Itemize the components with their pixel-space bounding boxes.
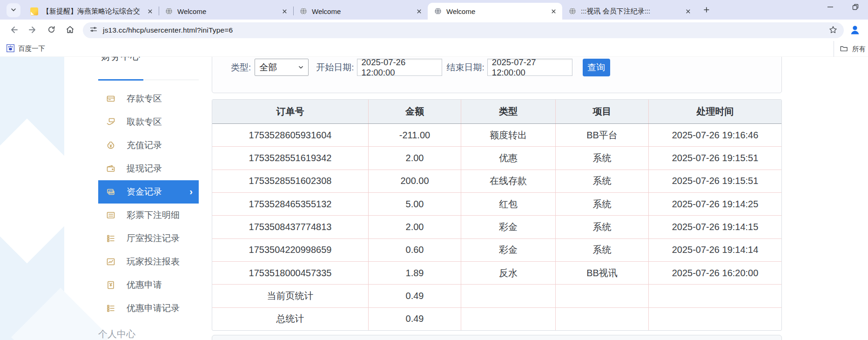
sidebar-item-label: 厅室投注记录 bbox=[127, 232, 180, 245]
page-content: 财务中心 存款专区取款专区充值记录提现记录资金记录›彩票下注明细厅室投注记录玩家… bbox=[0, 57, 868, 340]
tab-search-button[interactable] bbox=[7, 3, 20, 17]
globe-favicon-icon bbox=[299, 7, 308, 15]
table-row: 17535084377748132.00彩金系统2025-07-26 19:14… bbox=[212, 215, 781, 238]
browser-toolbar: js13.cc/hhcp/usercenter.html?iniType=6 bbox=[0, 20, 868, 41]
table-body: 1753528605931604-211.00额度转出BB平台2025-07-2… bbox=[212, 124, 781, 330]
sidebar-item-8[interactable]: 优惠申请 bbox=[98, 273, 199, 297]
tab-title: 【新提醒】海燕策略论坛综合交 bbox=[42, 7, 141, 16]
tab-title: Welcome bbox=[312, 7, 410, 15]
forward-button[interactable] bbox=[23, 22, 42, 39]
table-cell bbox=[649, 308, 781, 330]
tab-strip: 【新提醒】海燕策略论坛综合交WelcomeWelcomeWelcome:::视讯… bbox=[0, 0, 868, 20]
column-header: 处理时间 bbox=[649, 100, 781, 123]
table-cell: BB平台 bbox=[556, 124, 649, 146]
tab-close-icon[interactable] bbox=[145, 6, 155, 16]
home-button[interactable] bbox=[61, 22, 79, 39]
globe-favicon-icon bbox=[568, 7, 577, 15]
left-decoration-band bbox=[0, 57, 64, 340]
table-cell: 1.89 bbox=[369, 262, 461, 284]
table-cell: 1753528551602308 bbox=[212, 170, 369, 192]
table-cell: 系统 bbox=[556, 147, 649, 169]
bookmark-item-baidu[interactable]: 百度一下 bbox=[7, 44, 45, 54]
url-text: js13.cc/hhcp/usercenter.html?iniType=6 bbox=[103, 26, 821, 34]
bookmark-label: 百度一下 bbox=[18, 44, 45, 53]
table-cell: 2.00 bbox=[369, 147, 461, 169]
sidebar-item-label: 取款专区 bbox=[127, 116, 162, 128]
browser-tab-5[interactable]: :::视讯 会员下注纪录::: bbox=[562, 3, 697, 20]
chevron-right-icon: › bbox=[189, 186, 193, 197]
end-date-label: 结束日期: bbox=[447, 59, 484, 76]
type-select[interactable]: 全部 bbox=[255, 59, 309, 76]
sidebar-item-label: 资金记录 bbox=[127, 186, 162, 198]
select-chevron-icon bbox=[298, 62, 304, 73]
back-icon bbox=[9, 25, 19, 36]
tab-close-icon[interactable] bbox=[414, 6, 424, 16]
column-header: 订单号 bbox=[212, 100, 369, 123]
minimize-button[interactable] bbox=[818, 0, 843, 16]
new-tab-button[interactable] bbox=[700, 3, 713, 17]
globe-favicon-icon bbox=[434, 7, 442, 15]
folder-icon bbox=[840, 44, 848, 54]
table-cell: BB视讯 bbox=[556, 262, 649, 284]
table-cell: 系统 bbox=[556, 216, 649, 238]
table-header-row: 订单号金额类型项目处理时间 bbox=[212, 100, 781, 124]
restore-button[interactable] bbox=[843, 0, 868, 16]
recharge-bag-icon bbox=[106, 141, 115, 150]
plus-icon bbox=[703, 6, 710, 15]
table-cell: 200.00 bbox=[369, 170, 461, 192]
filter-bar: 类型: 全部 开始日期: 2025-07-26 12:00:00 结束日期: 2… bbox=[212, 57, 782, 93]
table-cell: 系统 bbox=[556, 170, 649, 192]
table-cell: 彩金 bbox=[461, 239, 556, 261]
browser-tab-3[interactable]: Welcome bbox=[293, 3, 428, 20]
sidebar-item-9[interactable]: 优惠申请记录 bbox=[98, 297, 199, 320]
table-row: 1753528605931604-211.00额度转出BB平台2025-07-2… bbox=[212, 124, 781, 146]
browser-tab-4[interactable]: Welcome bbox=[428, 3, 562, 20]
tab-close-icon[interactable] bbox=[548, 6, 558, 16]
sidebar-item-label: 存款专区 bbox=[127, 93, 162, 105]
restore-icon bbox=[852, 4, 859, 12]
site-info-icon[interactable] bbox=[89, 25, 98, 35]
sidebar-item-label: 彩票下注明细 bbox=[127, 209, 180, 221]
tabs: 【新提醒】海燕策略论坛综合交WelcomeWelcomeWelcome:::视讯… bbox=[24, 0, 697, 20]
sidebar-item-1[interactable]: 取款专区 bbox=[98, 110, 199, 134]
withdraw-hand-icon bbox=[106, 117, 115, 127]
address-bar[interactable]: js13.cc/hhcp/usercenter.html?iniType=6 bbox=[83, 22, 844, 38]
promo-record-list-icon bbox=[106, 304, 115, 313]
all-bookmarks-button[interactable]: 所有 bbox=[834, 41, 868, 57]
sidebar-item-6[interactable]: 厅室投注记录 bbox=[98, 227, 199, 250]
sidebar-item-5[interactable]: 彩票下注明细 bbox=[98, 204, 199, 227]
forward-icon bbox=[27, 25, 38, 36]
start-date-input[interactable]: 2025-07-26 12:00:00 bbox=[357, 59, 442, 76]
baidu-paw-icon bbox=[7, 44, 14, 54]
profile-button[interactable] bbox=[848, 23, 862, 38]
browser-tab-2[interactable]: Welcome bbox=[159, 3, 293, 20]
table-cell: 优惠 bbox=[461, 147, 556, 169]
funds-record-table: 订单号金额类型项目处理时间 1753528605931604-211.00额度转… bbox=[212, 99, 782, 331]
table-cell: 系统 bbox=[556, 239, 649, 261]
sidebar-item-0[interactable]: 存款专区 bbox=[98, 87, 199, 110]
globe-favicon-icon bbox=[165, 7, 173, 15]
table-stats-row: 总统计0.49 bbox=[212, 307, 781, 330]
sidebar-item-3[interactable]: 提现记录 bbox=[98, 157, 199, 180]
browser-tab-1[interactable]: 【新提醒】海燕策略论坛综合交 bbox=[24, 3, 159, 20]
chevron-down-icon bbox=[10, 7, 17, 14]
tab-close-icon[interactable] bbox=[279, 6, 289, 16]
profile-avatar-icon bbox=[848, 23, 861, 38]
reload-button[interactable] bbox=[42, 22, 61, 39]
hall-bet-list-icon bbox=[106, 234, 115, 243]
search-button[interactable]: 查询 bbox=[583, 59, 610, 76]
end-date-input[interactable]: 2025-07-27 12:00:00 bbox=[487, 59, 572, 76]
window-controls bbox=[818, 0, 868, 16]
sidebar-title-underline bbox=[98, 73, 199, 80]
table-row: 17535180004573351.89反水BB视讯2025-07-26 16:… bbox=[212, 261, 781, 284]
sidebar-item-2[interactable]: 充值记录 bbox=[98, 134, 199, 157]
sidebar-item-label: 充值记录 bbox=[127, 139, 162, 151]
back-button[interactable] bbox=[5, 22, 23, 39]
tab-close-icon[interactable] bbox=[683, 6, 693, 16]
sidebar-item-4[interactable]: 资金记录› bbox=[98, 180, 199, 204]
all-bookmarks-label: 所有 bbox=[852, 45, 868, 54]
bookmark-star-button[interactable] bbox=[826, 23, 840, 37]
deposit-card-icon bbox=[106, 94, 115, 103]
sidebar-item-7[interactable]: 玩家投注报表 bbox=[98, 250, 199, 273]
funds-wallet-icon bbox=[106, 187, 115, 197]
